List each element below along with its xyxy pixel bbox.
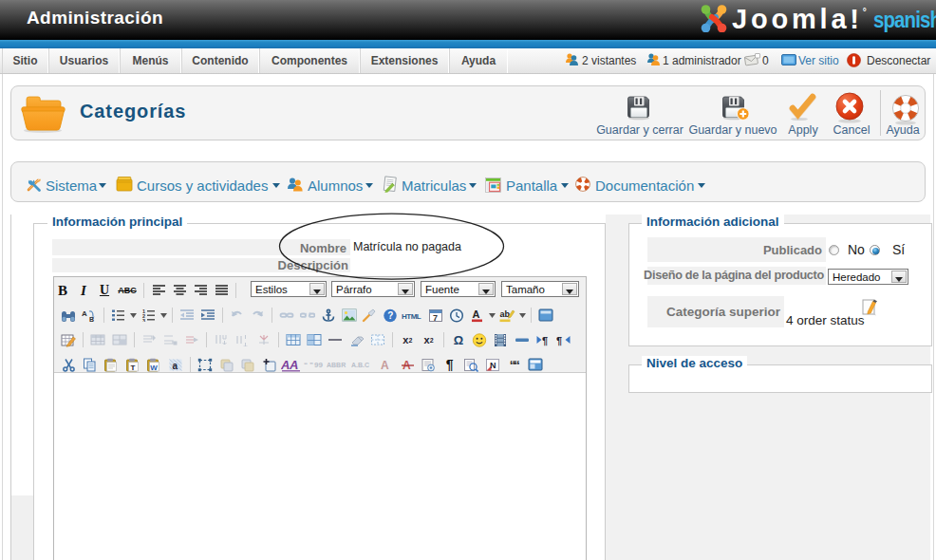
svg-text:ABBR: ABBR bbox=[327, 362, 346, 368]
svg-text:99: 99 bbox=[314, 361, 323, 369]
svg-text:N: N bbox=[490, 361, 496, 370]
svg-text:A.B.C: A.B.C bbox=[351, 362, 369, 368]
svg-text:7: 7 bbox=[433, 312, 438, 322]
svg-text:¶: ¶ bbox=[556, 335, 562, 346]
svg-text:¶: ¶ bbox=[542, 335, 548, 346]
svg-text:?: ? bbox=[387, 310, 393, 321]
svg-text:”: ” bbox=[309, 361, 313, 369]
svg-text:3: 3 bbox=[142, 318, 145, 323]
svg-text:A: A bbox=[82, 309, 87, 318]
svg-text:A: A bbox=[289, 358, 298, 372]
svg-text:T: T bbox=[130, 363, 135, 371]
svg-text:A: A bbox=[281, 358, 290, 372]
svg-text:HTML: HTML bbox=[402, 312, 421, 321]
svg-text:A: A bbox=[381, 359, 389, 371]
svg-text:A: A bbox=[472, 308, 479, 320]
svg-text:W: W bbox=[150, 363, 158, 371]
svg-text:B: B bbox=[89, 316, 94, 323]
svg-text:“: “ bbox=[304, 361, 308, 369]
svg-text:a: a bbox=[172, 360, 178, 370]
